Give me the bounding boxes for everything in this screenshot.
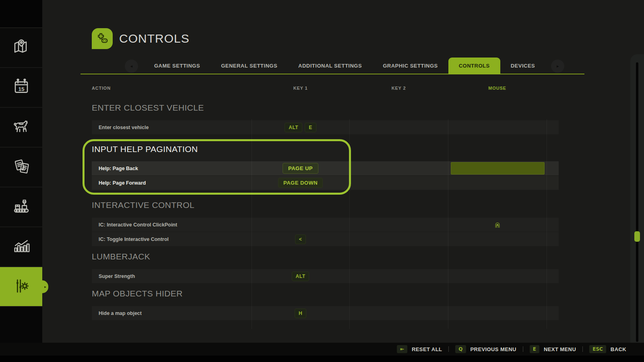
key2-binding-cell[interactable] — [349, 269, 448, 283]
footer-label: BACK — [611, 346, 626, 352]
key-badge[interactable]: PAGE UP — [283, 163, 318, 174]
tabs-prev-button[interactable]: ◂ — [125, 60, 138, 73]
action-cell: Hide a map object — [92, 306, 252, 320]
statistics-icon — [12, 237, 31, 257]
action-cell: Super Strength — [92, 269, 252, 283]
sidebar-item-contracts[interactable] — [0, 148, 42, 187]
action-label: IC: Interactive Control ClickPoint — [92, 222, 177, 228]
action-label: Hide a map object — [92, 311, 142, 316]
section-title: MAP OBJECTS HIDER — [92, 288, 559, 299]
key-badge[interactable]: ALT — [292, 272, 310, 281]
key2-binding-cell[interactable] — [349, 120, 448, 134]
footer-label: RESET ALL — [412, 346, 442, 352]
key-badge[interactable]: < — [295, 234, 306, 244]
sidebar-item-production[interactable] — [0, 187, 42, 227]
action-label: Help: Page Back — [92, 166, 138, 171]
tab-controls[interactable]: CONTROLS — [448, 58, 500, 74]
cow-icon — [12, 117, 31, 138]
section-title: INPUT HELP PAGINATION — [92, 144, 559, 154]
tab-bar: ◂GAME SETTINGSGENERAL SETTINGSADDITIONAL… — [119, 58, 570, 74]
key-badge[interactable]: E — [305, 123, 316, 132]
control-row: IC: Toggle Interactive Control< — [92, 232, 559, 246]
action-cell: Help: Page Forward — [92, 176, 252, 190]
key2-binding-cell[interactable] — [349, 232, 448, 246]
sidebar-item-statistics[interactable] — [0, 227, 42, 267]
footer-button-next-menu[interactable]: ENEXT MENU — [530, 345, 576, 353]
contracts-icon — [12, 157, 31, 178]
sidebar-top-spacer — [0, 0, 42, 28]
key2-binding-cell[interactable] — [349, 306, 448, 320]
sidebar-item-animals[interactable] — [0, 108, 42, 148]
map-icon — [12, 37, 31, 58]
section-title: INTERACTIVE CONTROL — [92, 200, 559, 210]
control-row: Help: Page BackPAGE UP — [92, 161, 559, 175]
column-header-action: ACTION — [92, 86, 111, 90]
footer-button-previous-menu[interactable]: QPREVIOUS MENU — [455, 345, 516, 353]
mouse-binding-cell[interactable] — [448, 218, 547, 232]
sidebar-item-calendar[interactable]: 15 — [0, 68, 42, 108]
tab-graphic-settings[interactable]: GRAPHIC SETTINGS — [372, 58, 448, 74]
tab-general-settings[interactable]: GENERAL SETTINGS — [211, 58, 288, 74]
mouse-binding-cell[interactable] — [448, 120, 547, 134]
key2-binding-cell[interactable] — [349, 161, 448, 175]
footer-button-reset-all[interactable]: ⇤RESET ALL — [397, 345, 442, 353]
mouse-binding-cell[interactable] — [448, 176, 547, 190]
action-cell: Help: Page Back — [92, 161, 252, 175]
column-divider — [252, 119, 252, 329]
svg-text:15: 15 — [18, 86, 25, 92]
column-header-mouse: MOUSE — [448, 86, 547, 90]
column-divider — [349, 119, 350, 329]
footer-key-badge: ESC — [589, 345, 606, 353]
key-badge[interactable]: H — [295, 309, 306, 318]
gamepad-icon — [95, 31, 109, 46]
active-item-pointer: ▸ — [42, 280, 48, 293]
key1-binding-cell[interactable]: PAGE UP — [252, 161, 349, 175]
page-header: CONTROLS — [92, 28, 190, 49]
tab-game-settings[interactable]: GAME SETTINGS — [144, 58, 211, 74]
footer-key-badge: ⇤ — [397, 345, 407, 353]
footer-button-back[interactable]: ESCBACK — [589, 345, 626, 353]
mouse-binding-cell[interactable] — [448, 306, 547, 320]
key1-binding-cell[interactable] — [252, 218, 349, 232]
calendar-15-icon: 15 — [12, 77, 31, 98]
section-map-objects-hider: MAP OBJECTS HIDERHide a map objectH — [92, 288, 559, 320]
key-badge[interactable]: PAGE DOWN — [278, 178, 323, 188]
footer-label: NEXT MENU — [544, 346, 576, 352]
section-title: LUMBERJACK — [92, 251, 559, 262]
column-header-key1: KEY 1 — [252, 86, 349, 90]
mouse-icon — [493, 220, 502, 229]
mouse-binding-cell[interactable] — [448, 269, 547, 283]
section-enter-closest-vehicle: ENTER CLOSEST VEHICLEEnter closest vehic… — [92, 103, 559, 134]
key1-binding-cell[interactable]: H — [252, 306, 349, 320]
chevron-right-icon: ▸ — [557, 64, 559, 69]
settings-sliders-gear-icon — [12, 276, 31, 297]
scrollbar-thumb[interactable] — [634, 231, 640, 242]
sidebar-item-game-settings[interactable]: ▸ — [0, 267, 42, 307]
key1-binding-cell[interactable]: < — [252, 232, 349, 246]
chevron-right-icon: ▸ — [44, 285, 46, 289]
section-lumberjack: LUMBERJACKSuper StrengthALT — [92, 251, 559, 283]
control-row: IC: Interactive Control ClickPoint — [92, 218, 559, 232]
section-rows: Help: Page BackPAGE UPHelp: Page Forward… — [92, 161, 559, 190]
key-badge[interactable]: ALT — [285, 123, 302, 132]
key1-binding-cell[interactable]: ALT — [252, 269, 349, 283]
mouse-binding-cell[interactable] — [448, 232, 547, 246]
tabs-next-button[interactable]: ▸ — [551, 60, 564, 73]
key1-binding-cell[interactable]: PAGE DOWN — [252, 176, 349, 190]
sidebar-item-map[interactable] — [0, 28, 42, 68]
section-rows: Hide a map objectH — [92, 306, 559, 320]
tab-devices[interactable]: DEVICES — [500, 58, 546, 74]
column-header-key2: KEY 2 — [349, 86, 448, 90]
scrollbar-track[interactable] — [636, 62, 638, 342]
control-row: Hide a map objectH — [92, 306, 559, 320]
key2-binding-cell[interactable] — [349, 176, 448, 190]
action-label: Super Strength — [92, 274, 135, 279]
controls-badge — [92, 28, 113, 49]
mouse-binding-cell[interactable] — [448, 161, 547, 175]
key2-binding-cell[interactable] — [349, 218, 448, 232]
key1-binding-cell[interactable]: ALTE — [252, 120, 349, 134]
section-interactive-control: INTERACTIVE CONTROLIC: Interactive Contr… — [92, 200, 559, 246]
section-input-help-pagination: INPUT HELP PAGINATIONHelp: Page BackPAGE… — [92, 139, 559, 195]
tab-additional-settings[interactable]: ADDITIONAL SETTINGS — [288, 58, 372, 74]
column-divider — [448, 119, 448, 329]
